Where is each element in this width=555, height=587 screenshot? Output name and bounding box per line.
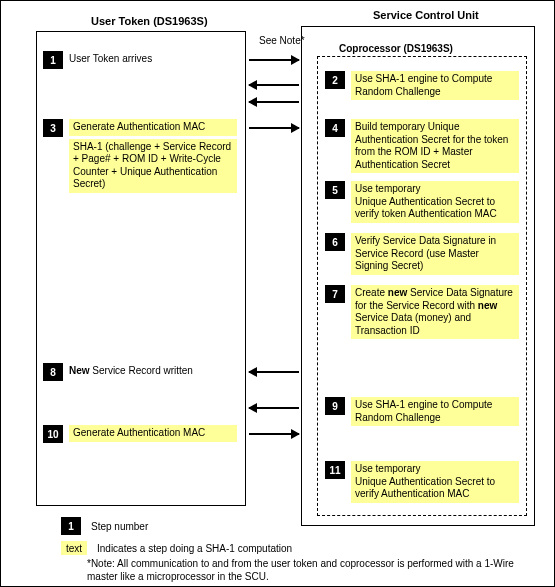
legend-number-label: Step number xyxy=(91,521,148,532)
step-number: 6 xyxy=(325,233,345,251)
see-note-label: See Note* xyxy=(259,35,305,46)
step-text: Generate Authentication MAC xyxy=(69,119,237,136)
diagram-page: User Token (DS1963S) Service Control Uni… xyxy=(0,0,555,587)
step-number: 8 xyxy=(43,363,63,381)
step-text: Use temporary Unique Authentication Secr… xyxy=(351,461,519,503)
legend-number-icon: 1 xyxy=(61,517,81,535)
step-number: 3 xyxy=(43,119,63,137)
footnote: *Note: All communication to and from the… xyxy=(87,557,517,583)
step-text: Use SHA-1 engine to Compute Random Chall… xyxy=(351,397,519,426)
arrow-7-to-token xyxy=(249,371,299,373)
legend-sha: text Indicates a step doing a SHA-1 comp… xyxy=(61,541,292,555)
coprocessor-title: Coprocessor (DS1963S) xyxy=(335,43,457,54)
legend-sha-icon: text xyxy=(61,541,87,555)
step-number: 10 xyxy=(43,425,63,443)
step-8: 8 New Service Record written xyxy=(43,363,238,381)
step-text: Generate Authentication MAC xyxy=(69,425,237,442)
step-7: 7 Create new Service Data Signature for … xyxy=(325,285,521,339)
step-11: 11 Use temporary Unique Authentication S… xyxy=(325,461,521,503)
step-text: User Token arrives xyxy=(69,51,152,68)
arrow-1-to-scu xyxy=(249,59,299,61)
step-10: 10 Generate Authentication MAC xyxy=(43,425,238,443)
step-5: 5 Use temporary Unique Authentication Se… xyxy=(325,181,521,223)
step-2: 2 Use SHA-1 engine to Compute Random Cha… xyxy=(325,71,521,100)
step-detail: SHA-1 (challenge + Service Record + Page… xyxy=(69,139,237,193)
step-number: 5 xyxy=(325,181,345,199)
new-label: New xyxy=(69,365,90,376)
service-control-unit-title: Service Control Unit xyxy=(373,9,479,21)
step-body-wrap: Generate Authentication MAC SHA-1 (chall… xyxy=(69,119,237,193)
step-text: Use temporary Unique Authentication Secr… xyxy=(351,181,519,223)
step-text: Build temporary Unique Authentication Se… xyxy=(351,119,519,173)
step-text: Create new Service Data Signature for th… xyxy=(351,285,519,339)
step-3: 3 Generate Authentication MAC SHA-1 (cha… xyxy=(43,119,238,193)
arrow-2-to-token xyxy=(249,84,299,86)
step-number: 9 xyxy=(325,397,345,415)
step-number: 11 xyxy=(325,461,345,479)
step-6: 6 Verify Service Data Signature in Servi… xyxy=(325,233,521,275)
arrow-9-to-token xyxy=(249,407,299,409)
step-number: 7 xyxy=(325,285,345,303)
step-number: 2 xyxy=(325,71,345,89)
step-9: 9 Use SHA-1 engine to Compute Random Cha… xyxy=(325,397,521,426)
legend-sha-label: Indicates a step doing a SHA-1 computati… xyxy=(97,543,292,554)
step-text: Verify Service Data Signature in Service… xyxy=(351,233,519,275)
legend-stepnum: 1 Step number xyxy=(61,517,292,535)
arrow-10-to-scu xyxy=(249,433,299,435)
step-text: Use SHA-1 engine to Compute Random Chall… xyxy=(351,71,519,100)
step-4: 4 Build temporary Unique Authentication … xyxy=(325,119,521,173)
arrow-3-to-scu xyxy=(249,127,299,129)
step-number: 1 xyxy=(43,51,63,69)
arrow-2b-to-token xyxy=(249,101,299,103)
step-number: 4 xyxy=(325,119,345,137)
user-token-title: User Token (DS1963S) xyxy=(91,15,208,27)
step-1: 1 User Token arrives xyxy=(43,51,238,69)
step-text: New Service Record written xyxy=(69,363,193,380)
legend: 1 Step number text Indicates a step doin… xyxy=(61,517,292,561)
